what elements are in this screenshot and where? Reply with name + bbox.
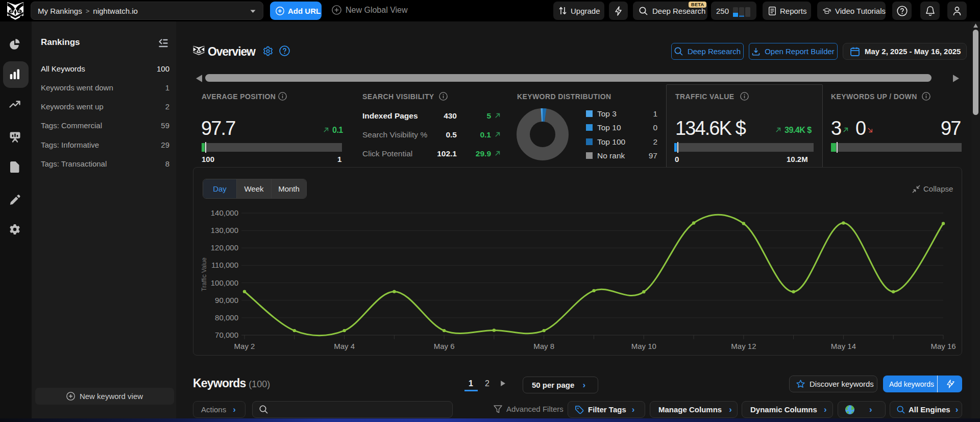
svg-text:100,000: 100,000: [211, 278, 238, 287]
svg-text:90,000: 90,000: [215, 296, 238, 304]
svg-text:Traffic Value: Traffic Value: [201, 257, 208, 291]
svg-text:May 4: May 4: [334, 342, 355, 350]
svg-text:140,000: 140,000: [211, 208, 238, 217]
svg-text:May 6: May 6: [434, 342, 455, 350]
svg-text:May 16: May 16: [930, 342, 955, 350]
svg-text:May 8: May 8: [533, 342, 554, 350]
svg-text:80,000: 80,000: [215, 313, 238, 322]
svg-text:130,000: 130,000: [211, 226, 238, 235]
svg-text:May 10: May 10: [631, 342, 656, 350]
svg-text:70,000: 70,000: [215, 331, 238, 339]
svg-text:120,000: 120,000: [211, 243, 238, 252]
svg-text:May 2: May 2: [234, 342, 255, 350]
svg-text:May 12: May 12: [731, 342, 756, 350]
svg-text:110,000: 110,000: [211, 261, 238, 269]
svg-text:May 14: May 14: [831, 342, 856, 350]
